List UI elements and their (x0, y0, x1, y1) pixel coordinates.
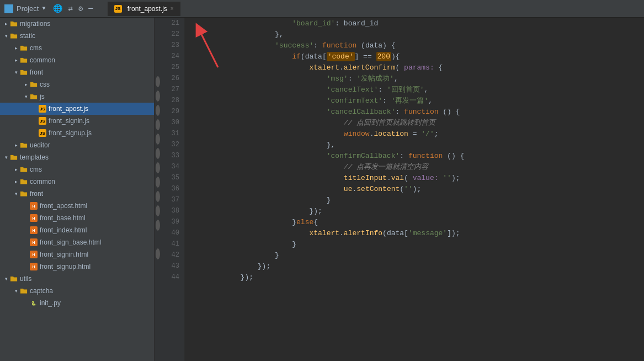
front-apost-js-label: front_apost.js (49, 105, 88, 113)
line-num-25: 25 (166, 62, 179, 73)
project-dropdown[interactable]: ▼ (42, 6, 45, 12)
py-file-icon: 🐍 (30, 299, 38, 307)
sidebar-item-cms2[interactable]: cms (0, 163, 154, 176)
line-num-39: 39 (166, 216, 179, 227)
code-line-23: 'success': function (data) { (189, 40, 644, 51)
title-bar-icons: 🌐 ⇄ ⚙ — (53, 4, 93, 13)
folder-icon-captcha (20, 288, 28, 294)
code-line-35: titleInput.val( value: ''); (189, 172, 644, 183)
settings-icon[interactable]: ⚙ (78, 4, 83, 13)
cms2-label: cms (30, 166, 42, 173)
sidebar-item-common1[interactable]: common (0, 54, 154, 66)
captcha-label: captcha (30, 287, 53, 295)
sidebar-item-front-base-html[interactable]: H front_base.html (0, 212, 154, 224)
sidebar-item-front-signin-js[interactable]: JS front_signin.js (0, 115, 154, 127)
code-line-25: xtalert.alertConfirm( params: { (189, 62, 644, 73)
tab-js-icon: JS (114, 5, 122, 13)
folder-icon-common1 (20, 57, 28, 63)
project-icon (4, 4, 13, 13)
static-arrow (2, 32, 10, 40)
code-line-21: 'board_id': board_id (189, 18, 644, 29)
file-tab-front-apost[interactable]: JS front_apost.js × (108, 2, 181, 16)
code-line-22: }, (189, 29, 644, 40)
title-bar-left: Project ▼ (4, 4, 45, 13)
line-num-36: 36 (166, 183, 179, 194)
sidebar-item-front-signup-js[interactable]: JS front_signup.js (0, 127, 154, 139)
js-file-icon-signin: JS (39, 117, 46, 125)
init-py-label: init_.py (40, 299, 61, 307)
init-py-arrow (22, 299, 30, 307)
sidebar-item-css1[interactable]: css (0, 78, 154, 91)
ueditor-arrow (12, 141, 20, 149)
sidebar-item-front-sign-base-html[interactable]: H front_sign_base.html (0, 236, 154, 248)
sidebar-item-common2[interactable]: common (0, 176, 154, 188)
line-num-22: 22 (166, 29, 179, 40)
line-num-37: 37 (166, 194, 179, 205)
line-num-29: 29 (166, 106, 179, 117)
line-num-30: 30 (166, 117, 179, 128)
line-num-32: 32 (166, 139, 179, 150)
code-line-27: 'cancelText': '回到首页', (189, 84, 644, 95)
tab-close-button[interactable]: × (171, 6, 174, 12)
js1-arrow (22, 93, 30, 100)
front-apost-js-arrow (31, 105, 39, 113)
common2-label: common (30, 178, 55, 185)
html-file-icon-signin: H (30, 251, 38, 258)
sidebar-item-front-index-html[interactable]: H front_index.html (0, 224, 154, 236)
sidebar-item-front-apost-js[interactable]: JS front_apost.js (0, 103, 154, 115)
sidebar-item-front-signup-html[interactable]: H front_signup.html (0, 261, 154, 273)
cms1-label: cms (30, 44, 42, 52)
line-num-21: 21 (166, 18, 179, 29)
sidebar-item-front2[interactable]: front (0, 188, 154, 200)
html-file-icon-apost: H (30, 202, 38, 210)
code-line-44: }); (189, 272, 644, 283)
minimize-icon[interactable]: — (88, 4, 93, 13)
code-content: 21 22 23 24 25 26 27 28 29 30 31 32 33 3… (155, 18, 644, 361)
sidebar: migrations static cms common (0, 18, 155, 361)
sidebar-item-front-signin-html[interactable]: H front_signin.html (0, 248, 154, 261)
sidebar-item-static[interactable]: static (0, 30, 154, 42)
sidebar-item-templates[interactable]: templates (0, 151, 154, 163)
front-signup-js-arrow (31, 129, 39, 137)
tab-filename: front_apost.js (127, 5, 167, 13)
title-bar: Project ▼ 🌐 ⇄ ⚙ — JS front_apost.js × (0, 0, 644, 18)
sidebar-item-front-apost-html[interactable]: H front_apost.html (0, 200, 154, 212)
line-num-41: 41 (166, 238, 179, 249)
folder-icon-utils (10, 275, 18, 282)
line-num-40: 40 (166, 227, 179, 238)
globe-icon[interactable]: 🌐 (53, 4, 62, 13)
sidebar-item-captcha[interactable]: captcha (0, 285, 154, 297)
code-area[interactable]: 21 22 23 24 25 26 27 28 29 30 31 32 33 3… (155, 18, 644, 361)
code-line-29: 'cancelCallback': function () { (189, 106, 644, 117)
front1-arrow (12, 68, 20, 76)
sidebar-item-ueditor[interactable]: ueditor (0, 139, 154, 151)
line-num-35: 35 (166, 172, 179, 183)
utils-label: utils (20, 275, 31, 283)
sidebar-item-js1[interactable]: js (0, 91, 154, 103)
html-file-icon-index: H (30, 226, 38, 234)
code-line-26: 'msg': '发帖成功', (189, 73, 644, 84)
line-num-38: 38 (166, 205, 179, 216)
svg-rect-1 (7, 7, 11, 11)
folder-icon-front2 (20, 190, 28, 197)
code-line-24: if(data['code'] == 200){ (189, 51, 644, 62)
code-line-37: } (189, 194, 644, 205)
cms1-arrow (12, 44, 20, 52)
sidebar-item-front1[interactable]: front (0, 66, 154, 78)
line-num-31: 31 (166, 128, 179, 139)
sidebar-item-utils[interactable]: utils (0, 273, 154, 285)
sidebar-item-init-py[interactable]: 🐍 init_.py (0, 297, 154, 309)
front-base-html-label: front_base.html (40, 214, 86, 222)
transfer-icon[interactable]: ⇄ (68, 4, 72, 13)
html-file-icon-sign-base: H (30, 238, 38, 246)
code-gutter (155, 18, 161, 361)
sidebar-item-cms1[interactable]: cms (0, 42, 154, 54)
code-line-40: xtalert.alertInfo(data['message']); (189, 227, 644, 238)
sidebar-item-migrations[interactable]: migrations (0, 18, 154, 30)
code-line-30: // 点回到首页就跳转到首页 (189, 117, 644, 128)
front-signup-js-label: front_signup.js (49, 129, 92, 137)
front-sign-base-html-label: front_sign_base.html (40, 238, 101, 246)
html-file-icon-signup: H (30, 263, 38, 270)
line-num-24: 24 (166, 51, 179, 62)
common1-label: common (30, 56, 55, 64)
